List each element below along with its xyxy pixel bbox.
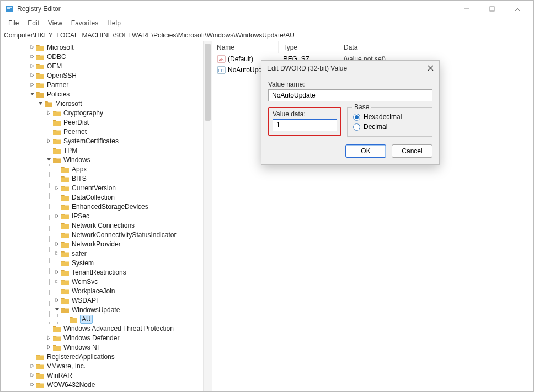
tree-node[interactable]: SystemCertificates bbox=[45, 136, 212, 146]
tree-node[interactable]: AU bbox=[61, 314, 212, 324]
tree-node[interactable]: Windows Advanced Threat Protection bbox=[45, 324, 212, 333]
value-name-input[interactable] bbox=[268, 89, 432, 101]
tree-node[interactable]: Policies bbox=[28, 89, 212, 99]
expander-closed-icon[interactable] bbox=[53, 183, 61, 192]
dialog-close-button[interactable] bbox=[428, 64, 434, 73]
tree-node[interactable]: RegisteredApplications bbox=[28, 352, 212, 361]
expander-closed-icon[interactable] bbox=[28, 52, 36, 61]
tree-node[interactable]: Windows bbox=[45, 155, 212, 164]
tree-node[interactable]: WcmSvc bbox=[53, 277, 212, 286]
tree-node[interactable]: Partner bbox=[28, 80, 212, 89]
svg-text:011: 011 bbox=[218, 68, 225, 73]
value-data-input[interactable] bbox=[273, 119, 337, 131]
tree-node[interactable]: Appx bbox=[53, 164, 212, 174]
expander-closed-icon[interactable] bbox=[45, 136, 52, 146]
tree-node[interactable]: VMware, Inc. bbox=[28, 361, 212, 370]
tree-scrollbar[interactable] bbox=[203, 41, 212, 391]
tree-node[interactable]: OEM bbox=[28, 61, 212, 71]
menu-help[interactable]: Help bbox=[103, 18, 125, 28]
tree-node[interactable]: Windows Defender bbox=[45, 333, 212, 342]
expander-closed-icon[interactable] bbox=[28, 42, 36, 52]
expander-closed-icon[interactable] bbox=[53, 267, 61, 277]
address-bar[interactable]: Computer\HKEY_LOCAL_MACHINE\SOFTWARE\Pol… bbox=[1, 29, 533, 41]
tree-node[interactable]: PeerDist bbox=[45, 117, 212, 127]
tree-node[interactable]: BITS bbox=[53, 174, 212, 183]
dialog-titlebar[interactable]: Edit DWORD (32-bit) Value bbox=[261, 61, 439, 75]
expander-closed-icon[interactable] bbox=[28, 361, 36, 370]
tree-pane[interactable]: MicrosoftODBCOEMOpenSSHPartnerPoliciesMi… bbox=[1, 41, 212, 391]
folder-icon bbox=[52, 137, 61, 145]
folder-icon bbox=[52, 343, 61, 351]
tree-node[interactable]: Cryptography bbox=[45, 108, 212, 117]
tree-node[interactable]: TPM bbox=[45, 146, 212, 155]
value-name-label: Value name: bbox=[268, 80, 432, 88]
tree-node[interactable]: WorkplaceJoin bbox=[53, 286, 212, 296]
close-button[interactable] bbox=[505, 1, 530, 17]
radio-dec-row[interactable]: Decimal bbox=[353, 123, 426, 131]
expander-closed-icon[interactable] bbox=[53, 211, 61, 221]
menu-edit[interactable]: Edit bbox=[23, 18, 44, 28]
expander-closed-icon[interactable] bbox=[28, 71, 36, 80]
tree-node-label: Peernet bbox=[63, 128, 87, 136]
expander-open-icon[interactable] bbox=[45, 155, 52, 164]
expander-closed-icon[interactable] bbox=[53, 249, 61, 258]
tree-node[interactable]: EnhancedStorageDevices bbox=[53, 202, 212, 211]
svg-rect-2 bbox=[7, 8, 10, 9]
radio-decimal[interactable] bbox=[353, 123, 360, 131]
tree-node[interactable]: Windows NT bbox=[45, 342, 212, 352]
radio-hex-row[interactable]: Hexadecimal bbox=[353, 113, 426, 121]
tree-node-label: CurrentVersion bbox=[72, 184, 116, 192]
tree-node[interactable]: Network Connections bbox=[53, 221, 212, 230]
radio-dec-label: Decimal bbox=[364, 123, 387, 131]
tree-node[interactable]: WindowsUpdate bbox=[53, 305, 212, 314]
expander-closed-icon[interactable] bbox=[45, 342, 52, 352]
menu-view[interactable]: View bbox=[44, 18, 67, 28]
expander-closed-icon[interactable] bbox=[53, 296, 61, 305]
tree-node[interactable]: Microsoft bbox=[28, 42, 212, 52]
tree-node-label: TenantRestrictions bbox=[72, 269, 126, 276]
tree-node[interactable]: CurrentVersion bbox=[53, 183, 212, 192]
expander-open-icon[interactable] bbox=[28, 89, 36, 99]
expander-closed-icon[interactable] bbox=[28, 61, 36, 71]
minimize-button[interactable] bbox=[454, 1, 479, 17]
maximize-button[interactable] bbox=[479, 1, 505, 17]
folder-icon bbox=[61, 175, 70, 182]
tree-node[interactable]: IPSec bbox=[53, 211, 212, 221]
ok-button[interactable]: OK bbox=[345, 144, 386, 158]
expander-closed-icon[interactable] bbox=[28, 80, 36, 89]
cancel-button[interactable]: Cancel bbox=[392, 144, 432, 158]
expander-closed-icon[interactable] bbox=[45, 108, 52, 117]
tree-node[interactable]: NetworkConnectivityStatusIndicator bbox=[53, 230, 212, 239]
tree-node[interactable]: WOW6432Node bbox=[28, 380, 212, 389]
expander-closed-icon[interactable] bbox=[45, 333, 52, 342]
tree-node[interactable]: Peernet bbox=[45, 127, 212, 136]
tree-node[interactable]: DataCollection bbox=[53, 192, 212, 202]
tree-node[interactable]: safer bbox=[53, 249, 212, 258]
column-type[interactable]: Type bbox=[279, 41, 339, 53]
radio-hex-label: Hexadecimal bbox=[364, 113, 402, 121]
expander-open-icon[interactable] bbox=[36, 99, 44, 108]
tree-node[interactable]: WSDAPI bbox=[53, 296, 212, 305]
tree-node[interactable]: OpenSSH bbox=[28, 71, 212, 80]
menu-file[interactable]: File bbox=[4, 18, 23, 28]
column-name[interactable]: Name bbox=[212, 41, 279, 53]
expander-closed-icon[interactable] bbox=[53, 277, 61, 286]
tree-node[interactable]: NetworkProvider bbox=[53, 239, 212, 249]
expander-closed-icon[interactable] bbox=[28, 370, 36, 380]
radio-hexadecimal[interactable] bbox=[353, 114, 360, 121]
tree-node-label: IPSec bbox=[72, 212, 89, 220]
value-data-highlight: Value data: bbox=[268, 107, 341, 136]
expander-closed-icon[interactable] bbox=[53, 239, 61, 249]
menu-favorites[interactable]: Favorites bbox=[67, 18, 103, 28]
folder-icon bbox=[61, 231, 70, 239]
tree-node[interactable]: System bbox=[53, 258, 212, 267]
tree-node[interactable]: ODBC bbox=[28, 52, 212, 61]
tree-node[interactable]: TenantRestrictions bbox=[53, 267, 212, 277]
expander-open-icon[interactable] bbox=[53, 305, 61, 314]
tree-node-label: AU bbox=[80, 315, 93, 324]
expander-closed-icon[interactable] bbox=[28, 380, 36, 389]
tree-node[interactable]: Microsoft bbox=[36, 99, 212, 108]
folder-icon bbox=[61, 278, 70, 286]
column-data[interactable]: Data bbox=[339, 41, 533, 53]
tree-node[interactable]: WinRAR bbox=[28, 370, 212, 380]
